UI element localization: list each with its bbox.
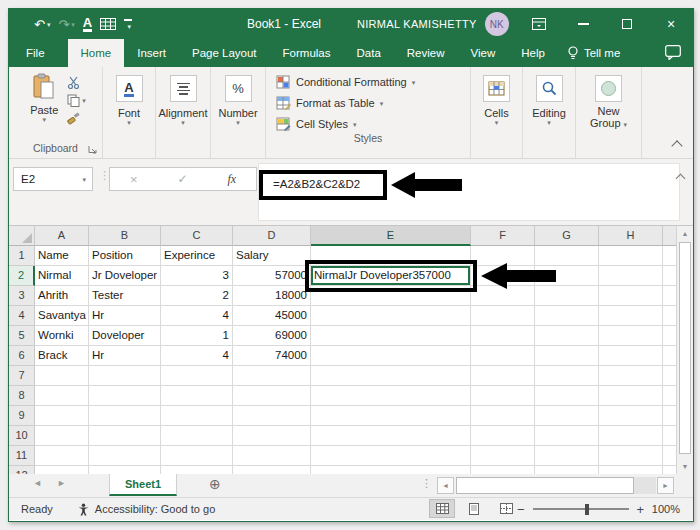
- cell[interactable]: [89, 366, 161, 386]
- copy-button[interactable]: ▾: [67, 93, 86, 107]
- cell[interactable]: [161, 446, 233, 466]
- column-header-h[interactable]: H: [599, 226, 663, 246]
- cell[interactable]: [471, 366, 535, 386]
- cell[interactable]: 2: [161, 286, 233, 306]
- cell[interactable]: Hr: [89, 346, 161, 366]
- ribbon-group-number[interactable]: % Number ▾: [211, 67, 266, 158]
- account-area[interactable]: NIRMAL KAMISHETTY NK: [357, 9, 509, 39]
- scroll-right-button[interactable]: ►: [657, 477, 674, 494]
- cell[interactable]: [233, 426, 311, 446]
- cell[interactable]: [599, 426, 663, 446]
- column-header-d[interactable]: D: [233, 226, 311, 246]
- cell[interactable]: [89, 446, 161, 466]
- cell[interactable]: [471, 346, 535, 366]
- cell[interactable]: [233, 466, 311, 474]
- select-all-corner[interactable]: [9, 226, 35, 246]
- cell[interactable]: [471, 386, 535, 406]
- cell[interactable]: Savantya: [35, 306, 89, 326]
- collapse-ribbon-button[interactable]: [671, 140, 682, 151]
- row-header[interactable]: 10: [9, 426, 35, 446]
- tab-home[interactable]: Home: [68, 39, 125, 67]
- tab-sheet1[interactable]: Sheet1: [109, 474, 177, 496]
- column-header-b[interactable]: B: [89, 226, 161, 246]
- normal-view-button[interactable]: [429, 499, 455, 518]
- cell[interactable]: [161, 426, 233, 446]
- cell[interactable]: [161, 466, 233, 474]
- zoom-out-button[interactable]: −: [517, 502, 525, 517]
- tell-me-button[interactable]: Tell me: [558, 39, 630, 67]
- cell[interactable]: [311, 366, 471, 386]
- zoom-in-button[interactable]: +: [637, 502, 645, 517]
- cell[interactable]: 4: [161, 306, 233, 326]
- cell[interactable]: Nirmal: [35, 266, 89, 286]
- insert-function-button[interactable]: fx: [227, 172, 236, 187]
- cell[interactable]: [599, 286, 663, 306]
- cell[interactable]: [535, 366, 599, 386]
- page-break-preview-button[interactable]: [493, 499, 519, 518]
- horizontal-scrollbar[interactable]: [456, 477, 656, 494]
- cell[interactable]: Jr Doveloper: [89, 266, 161, 286]
- cell[interactable]: 57000: [233, 266, 311, 286]
- cell[interactable]: Name: [35, 246, 89, 266]
- tab-review[interactable]: Review: [394, 39, 458, 67]
- vertical-scrollbar[interactable]: ▲ ▼: [676, 226, 693, 474]
- clipboard-dialog-launcher[interactable]: [88, 143, 97, 158]
- column-header-g[interactable]: G: [535, 226, 599, 246]
- cell[interactable]: [233, 406, 311, 426]
- cell[interactable]: [311, 406, 471, 426]
- cell[interactable]: [471, 286, 535, 306]
- accessibility-status[interactable]: Accessibility: Good to go: [77, 503, 215, 516]
- cell[interactable]: Experince: [161, 246, 233, 266]
- cell[interactable]: Hr: [89, 306, 161, 326]
- cell[interactable]: [35, 426, 89, 446]
- font-color-button[interactable]: A: [80, 17, 95, 32]
- cell[interactable]: Salary: [233, 246, 311, 266]
- cell[interactable]: [535, 426, 599, 446]
- cell[interactable]: [35, 466, 89, 474]
- cell[interactable]: [599, 326, 663, 346]
- cell[interactable]: [311, 346, 471, 366]
- scroll-up-icon[interactable]: ▲: [677, 226, 693, 241]
- cell[interactable]: [471, 406, 535, 426]
- row-header[interactable]: 6: [9, 346, 35, 366]
- cell[interactable]: [233, 366, 311, 386]
- ribbon-group-font[interactable]: A Font ▾: [103, 67, 156, 158]
- cell[interactable]: [535, 286, 599, 306]
- cell[interactable]: [599, 246, 663, 266]
- cell[interactable]: [471, 446, 535, 466]
- name-box[interactable]: E2 ▾: [13, 167, 93, 191]
- scroll-down-icon[interactable]: ▼: [677, 459, 693, 474]
- cell[interactable]: [599, 446, 663, 466]
- minimize-button[interactable]: [561, 9, 605, 39]
- cell[interactable]: [89, 466, 161, 474]
- cell[interactable]: [35, 406, 89, 426]
- cell[interactable]: [311, 326, 471, 346]
- cell[interactable]: [161, 386, 233, 406]
- column-header-f[interactable]: F: [471, 226, 535, 246]
- cell[interactable]: [535, 246, 599, 266]
- cell[interactable]: [89, 386, 161, 406]
- table-borders-button[interactable]: [97, 18, 119, 30]
- cell[interactable]: 45000: [233, 306, 311, 326]
- cell[interactable]: [471, 426, 535, 446]
- cell[interactable]: [599, 346, 663, 366]
- cell[interactable]: [599, 366, 663, 386]
- row-header[interactable]: 5: [9, 326, 35, 346]
- comments-button[interactable]: [665, 45, 681, 62]
- ribbon-group-alignment[interactable]: Alignment ▾: [156, 67, 211, 158]
- ribbon-display-options-button[interactable]: [517, 9, 561, 39]
- cell[interactable]: 1: [161, 326, 233, 346]
- cell[interactable]: [535, 466, 599, 474]
- cell[interactable]: [599, 386, 663, 406]
- conditional-formatting-button[interactable]: Conditional Formatting ▾: [276, 75, 415, 89]
- previous-sheet-button[interactable]: ◄: [33, 478, 42, 488]
- tab-file[interactable]: File: [9, 39, 62, 67]
- cell[interactable]: [599, 266, 663, 286]
- cell[interactable]: [311, 446, 471, 466]
- row-header[interactable]: 11: [9, 446, 35, 466]
- cell[interactable]: Wornki: [35, 326, 89, 346]
- zoom-slider[interactable]: [533, 508, 629, 510]
- cell[interactable]: Doveloper: [89, 326, 161, 346]
- cell[interactable]: [599, 306, 663, 326]
- row-header[interactable]: 7: [9, 366, 35, 386]
